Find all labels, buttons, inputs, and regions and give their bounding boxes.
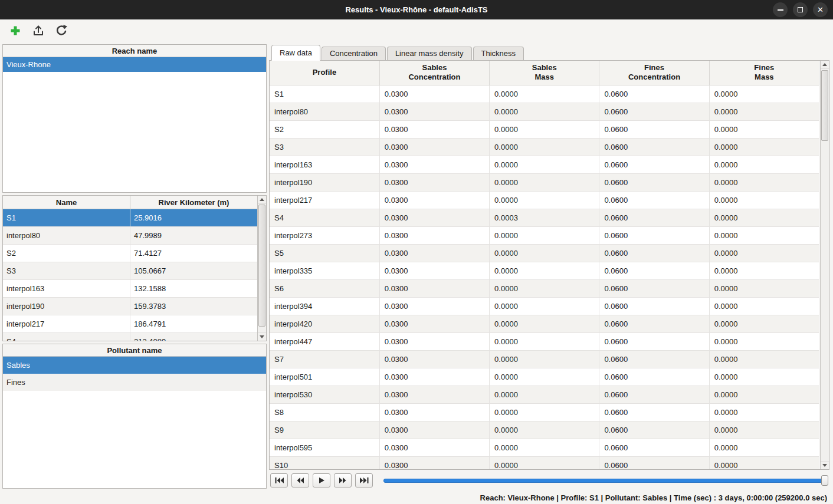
table-scrollbar[interactable] [820,61,829,469]
data-row[interactable]: S20.03000.00000.06000.0000 [270,120,819,138]
data-row[interactable]: interpol3940.03000.00000.06000.0000 [270,297,819,315]
data-row[interactable]: S70.03000.00000.06000.0000 [270,350,819,368]
data-row[interactable]: interpol4200.03000.00000.06000.0000 [270,315,819,332]
data-row[interactable]: interpol2730.03000.00000.06000.0000 [270,226,819,244]
data-cell: 0.0300 [379,138,489,156]
profile-row[interactable]: interpol217186.4791 [3,315,257,333]
data-cell: interpol273 [270,226,379,244]
data-row[interactable]: S30.03000.00000.06000.0000 [270,138,819,156]
play-button[interactable] [313,473,330,487]
data-row[interactable]: S80.03000.00000.06000.0000 [270,403,819,421]
data-cell: 0.0300 [379,386,489,403]
data-row[interactable]: S90.03000.00000.06000.0000 [270,421,819,439]
titlebar: Results - Vieux-Rhône - default-AdisTS ✕ [0,0,833,19]
scroll-up-button[interactable] [258,196,266,204]
tab-raw-data[interactable]: Raw data [271,45,320,61]
data-cell: 0.0000 [490,173,599,191]
column-header[interactable]: Fines Concentration [599,61,709,85]
data-row[interactable]: S100.03000.00000.06000.0000 [270,456,819,470]
column-header[interactable]: Sables Mass [490,61,599,85]
minimize-button[interactable] [773,2,788,17]
profiles-column-header-river-kilometer[interactable]: River Kilometer (m) [130,196,257,209]
scrollbar-thumb[interactable] [258,205,265,327]
data-cell: 0.0000 [709,456,819,470]
profile-name-cell: interpol190 [3,298,130,315]
pollutant-item[interactable]: Fines [3,374,266,391]
skip-last-button[interactable] [355,473,373,487]
time-slider[interactable] [383,473,828,487]
skip-first-icon [275,477,284,483]
data-row[interactable]: S40.03000.00030.06000.0000 [270,209,819,226]
data-cell: 0.0000 [490,85,599,103]
profile-row[interactable]: S271.4127 [3,245,257,262]
close-button[interactable]: ✕ [813,2,828,17]
data-cell: interpol420 [270,315,379,332]
data-row[interactable]: interpol2170.03000.00000.06000.0000 [270,191,819,209]
data-cell: 0.0600 [599,226,709,244]
data-cell: 0.0000 [490,191,599,209]
arrow-down-icon [260,335,264,338]
fast-forward-button[interactable] [334,473,352,487]
tab-concentration[interactable]: Concentration [322,47,386,60]
scroll-up-button[interactable] [821,61,829,69]
data-row[interactable]: interpol1900.03000.00000.06000.0000 [270,173,819,191]
data-row[interactable]: interpol800.03000.00000.06000.0000 [270,103,819,120]
data-cell: 0.0000 [709,439,819,456]
skip-first-button[interactable] [270,473,288,487]
results-panel: Raw dataConcentrationLinear mass density… [267,42,833,491]
scrollbar-thumb[interactable] [821,70,828,141]
data-cell: 0.0000 [490,138,599,156]
profiles-scrollbar[interactable] [257,196,266,341]
data-cell: 0.0000 [709,209,819,226]
data-row[interactable]: interpol5950.03000.00000.06000.0000 [270,439,819,456]
data-cell: 0.0000 [490,120,599,138]
tab-thickness[interactable]: Thickness [473,47,524,60]
data-cell: 0.0000 [490,315,599,332]
profile-row[interactable]: interpol163132.1588 [3,280,257,298]
data-row[interactable]: interpol1630.03000.00000.06000.0000 [270,156,819,173]
add-button[interactable] [7,22,24,39]
export-button[interactable] [30,22,47,39]
time-slider-handle[interactable] [821,475,828,486]
column-header[interactable]: Profile [270,61,379,85]
data-cell: 0.0000 [490,456,599,470]
data-cell: 0.0000 [490,368,599,386]
data-cell: 0.0000 [490,403,599,421]
data-cell: 0.0000 [490,350,599,368]
pollutant-item[interactable]: Sables [3,357,266,374]
minimize-icon [778,9,783,11]
column-header[interactable]: Fines Mass [709,61,819,85]
scroll-down-button[interactable] [258,332,266,341]
refresh-button[interactable] [53,22,70,39]
tab-linear-mass-density[interactable]: Linear mass density [387,47,472,60]
maximize-button[interactable] [793,2,808,17]
column-header[interactable]: Sables Concentration [379,61,489,85]
profile-row[interactable]: interpol190159.3783 [3,298,257,315]
arrow-up-icon [822,63,827,66]
rewind-button[interactable] [291,473,309,487]
data-row[interactable]: S10.03000.00000.06000.0000 [270,85,819,103]
data-row[interactable]: interpol5010.03000.00000.06000.0000 [270,368,819,386]
data-cell: 0.0300 [379,191,489,209]
data-cell: 0.0300 [379,403,489,421]
profile-row[interactable]: S4213.4089 [3,333,257,341]
scroll-down-button[interactable] [821,461,829,469]
profiles-column-header-name[interactable]: Name [3,196,130,209]
add-icon [9,24,22,37]
data-row[interactable]: interpol5300.03000.00000.06000.0000 [270,386,819,403]
data-cell: 0.0300 [379,279,489,297]
profile-row[interactable]: S125.9016 [3,209,257,227]
profile-row[interactable]: interpol8047.9989 [3,227,257,245]
data-cell: 0.0300 [379,120,489,138]
data-row[interactable]: interpol3350.03000.00000.06000.0000 [270,262,819,279]
time-slider-track[interactable] [383,479,828,483]
data-row[interactable]: S60.03000.00000.06000.0000 [270,279,819,297]
data-row[interactable]: interpol4470.03000.00000.06000.0000 [270,332,819,350]
reach-item[interactable]: Vieux-Rhone [3,57,266,72]
data-cell: S10 [270,456,379,470]
data-row[interactable]: S50.03000.00000.06000.0000 [270,244,819,262]
data-cell: 0.0000 [709,297,819,315]
profiles-table-body: S125.9016interpol8047.9989S271.4127S3105… [3,209,257,341]
profile-row[interactable]: S3105.0667 [3,262,257,280]
data-cell: 0.0600 [599,439,709,456]
